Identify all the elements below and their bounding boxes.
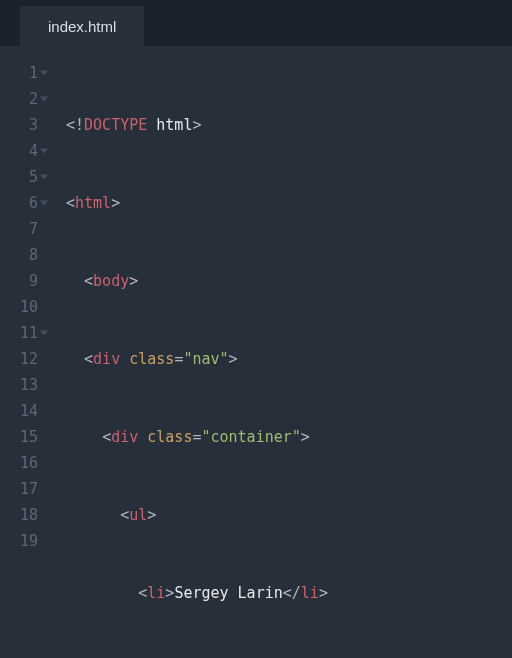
line-number: 5 xyxy=(0,164,38,190)
line-number: 11 xyxy=(0,320,38,346)
line-number: 9 xyxy=(0,268,38,294)
code-line: <!DOCTYPE html> xyxy=(66,112,512,138)
fold-icon[interactable] xyxy=(40,331,48,336)
line-number: 19 xyxy=(0,528,38,554)
fold-icon[interactable] xyxy=(40,71,48,76)
fold-icon[interactable] xyxy=(40,97,48,102)
code-line: <div class="container"> xyxy=(66,424,512,450)
line-number: 3 xyxy=(0,112,38,138)
code-line: <div class="nav"> xyxy=(66,346,512,372)
tab-bar: index.html xyxy=(0,0,512,46)
line-number: 7 xyxy=(0,216,38,242)
line-number: 4 xyxy=(0,138,38,164)
line-number: 16 xyxy=(0,450,38,476)
fold-icon[interactable] xyxy=(40,149,48,154)
line-number: 1 xyxy=(0,60,38,86)
line-number: 2 xyxy=(0,86,38,112)
tab-index-html[interactable]: index.html xyxy=(20,6,144,46)
code-area[interactable]: <!DOCTYPE html> <html> <body> <div class… xyxy=(52,60,512,658)
line-number: 6 xyxy=(0,190,38,216)
line-number: 10 xyxy=(0,294,38,320)
code-line: <ul> xyxy=(66,502,512,528)
code-line: <body> xyxy=(66,268,512,294)
code-line: <html> xyxy=(66,190,512,216)
line-number: 8 xyxy=(0,242,38,268)
line-number: 18 xyxy=(0,502,38,528)
line-gutter: 12345678910111213141516171819 xyxy=(0,60,52,658)
code-line: <li>Sergey Larin</li> xyxy=(66,580,512,606)
code-editor[interactable]: 12345678910111213141516171819 <!DOCTYPE … xyxy=(0,46,512,658)
line-number: 13 xyxy=(0,372,38,398)
fold-icon[interactable] xyxy=(40,201,48,206)
line-number: 14 xyxy=(0,398,38,424)
fold-icon[interactable] xyxy=(40,175,48,180)
line-number: 17 xyxy=(0,476,38,502)
line-number: 12 xyxy=(0,346,38,372)
line-number: 15 xyxy=(0,424,38,450)
